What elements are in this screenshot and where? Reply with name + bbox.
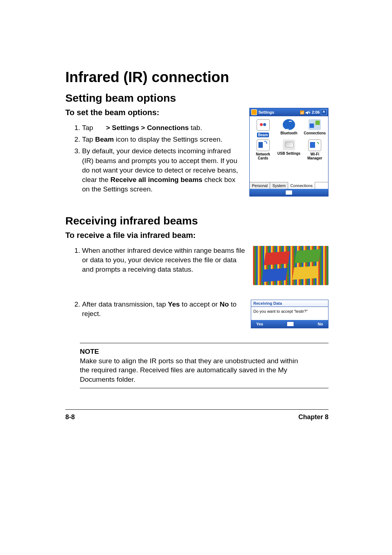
note-block: NOTE Make sure to align the IR ports so … (80, 343, 328, 388)
beam-icon (257, 119, 270, 131)
settings-item-connections[interactable]: Connections (303, 119, 327, 137)
list-item: Tap > Settings > Connections tab. (82, 123, 242, 133)
list-item: When another infrared device within rang… (82, 246, 246, 275)
close-icon[interactable]: ✕ (321, 109, 327, 115)
clock-text: 2:06 (312, 110, 320, 114)
screenshot-settings: Settings 📶 ◀ϟ 2:06 ✕ Beam Bluetooth Conn… (249, 108, 328, 197)
window-titlebar: Settings 📶 ◀ϟ 2:06 ✕ (250, 108, 328, 116)
settings-item-network-cards[interactable]: Network Cards (251, 139, 275, 160)
bluetooth-icon (283, 119, 295, 130)
note-label: NOTE (80, 347, 107, 356)
settings-item-bluetooth[interactable]: Bluetooth (277, 119, 301, 137)
tab-connections[interactable]: Connections (288, 182, 315, 189)
tab-personal[interactable]: Personal (250, 182, 270, 189)
section-heading-receiving: Receiving infrared beams (65, 215, 328, 227)
list-item: By default, your device detects incoming… (82, 146, 242, 194)
settings-item-beam[interactable]: Beam (251, 119, 275, 137)
dialog-title: Receiving Data (251, 300, 328, 307)
subheading-receive-file: To receive a file via infrared beam: (65, 231, 328, 240)
settings-item-wifi-manager[interactable]: Wi-Fi Manager (303, 139, 327, 160)
list-item: Tap Beam icon to display the Settings sc… (82, 135, 242, 144)
settings-tabs: Personal System Connections (250, 182, 328, 189)
keyboard-icon[interactable] (285, 190, 293, 195)
steps-receive: When another infrared device within rang… (65, 246, 246, 275)
yes-button[interactable]: Yes (256, 322, 263, 326)
windows-logo-icon (251, 109, 257, 115)
steps-set-beam: Tap > Settings > Connections tab. Tap Be… (65, 123, 242, 194)
section-heading-setting-beam: Setting beam options (65, 92, 328, 104)
chapter-label: Chapter 8 (298, 413, 328, 421)
subheading-set-beam: To set the beam options: (65, 108, 242, 117)
page-footer: 8-8 Chapter 8 (65, 409, 328, 421)
usb-icon (283, 139, 295, 150)
bold-text: Beam (95, 135, 114, 143)
no-button[interactable]: No (318, 322, 323, 326)
connections-icon (309, 119, 321, 130)
screenshot-windows-logo (253, 246, 328, 285)
page-number: 8-8 (65, 413, 75, 421)
dialog-body: Do you want to accept "testir?" (251, 307, 328, 320)
window-title: Settings (258, 110, 274, 114)
signal-icon: 📶 ◀ϟ (300, 110, 311, 114)
wifi-icon (308, 139, 321, 151)
network-cards-icon (257, 139, 270, 151)
steps-receive-2: After data transmission, tap Yes to acce… (65, 300, 244, 319)
bold-text: No (220, 300, 229, 308)
bold-text: Yes (168, 300, 180, 308)
page-title: Infrared (IR) connection (65, 69, 328, 85)
list-item: After data transmission, tap Yes to acce… (82, 300, 244, 319)
bold-text: Receive all incoming beams (110, 176, 202, 183)
settings-item-usb-settings[interactable]: USB Settings (277, 139, 301, 160)
note-text: Make sure to align the IR ports so that … (80, 356, 299, 384)
soft-key-bar (250, 189, 328, 196)
tab-system[interactable]: System (270, 182, 288, 189)
bold-text: > Settings > Connections (106, 124, 189, 131)
screenshot-receiving-dialog: Receiving Data Do you want to accept "te… (251, 300, 328, 328)
keyboard-icon[interactable] (287, 321, 294, 327)
